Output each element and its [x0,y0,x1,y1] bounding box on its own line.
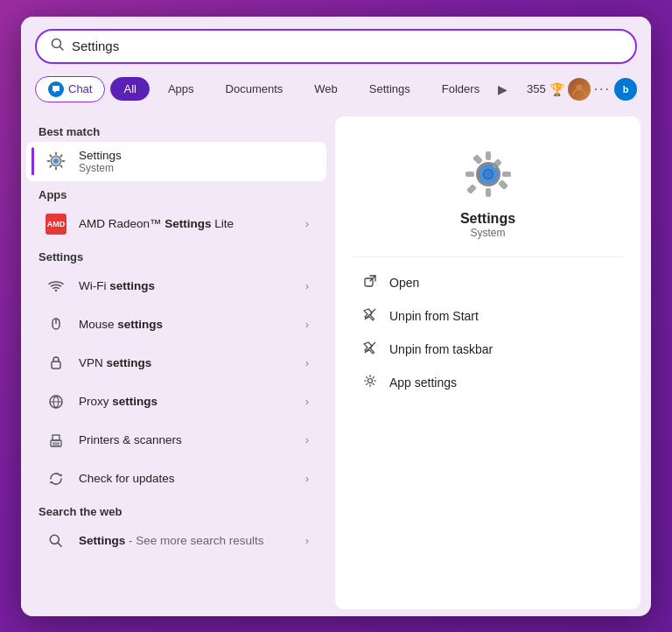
right-app-sub: System [353,227,623,239]
open-icon [361,274,379,291]
vpn-text: VPN settings [79,356,295,369]
proxy-name: Proxy settings [79,395,295,408]
best-match-text: Settings System [79,149,309,174]
svg-line-16 [58,542,61,545]
open-action[interactable]: Open [353,266,623,299]
best-match-header: Best match [21,118,332,142]
wifi-settings-item[interactable]: Wi-Fi settings › [26,267,326,305]
updates-item[interactable]: Check for updates › [26,460,326,498]
svg-rect-20 [486,188,491,197]
vpn-settings-item[interactable]: VPN settings › [26,344,326,383]
filter-tabs: Chat All Apps Documents Web Settings Fol… [21,73,651,109]
main-content: Best match Settings System Apps [21,109,651,616]
app-icon-large [460,146,516,202]
app-settings-label: App settings [389,376,457,390]
web-chevron: › [305,534,309,547]
printers-chevron: › [305,433,309,446]
updates-text: Check for updates [79,472,295,485]
tab-settings[interactable]: Settings [356,77,424,101]
svg-rect-21 [466,172,474,177]
tab-documents[interactable]: Documents [213,77,297,101]
proxy-settings-item[interactable]: Proxy settings › [26,383,326,421]
globe-icon [44,390,68,414]
svg-rect-19 [486,151,491,160]
unpin-taskbar-icon [361,341,379,358]
updates-chevron: › [305,472,309,485]
svg-point-32 [368,378,373,383]
mouse-chevron: › [305,318,309,331]
mouse-settings-item[interactable]: Mouse settings › [26,305,326,344]
settings-icon [44,149,68,173]
unpin-taskbar-label: Unpin from taskbar [389,342,493,356]
update-icon [44,467,68,491]
bing-icon: b [623,84,629,95]
updates-name: Check for updates [79,472,295,485]
search-icon [51,38,65,55]
svg-rect-12 [52,435,60,440]
web-search-name: Settings - See more search results [79,534,295,547]
svg-rect-22 [502,172,511,177]
search-bar: Settings [21,17,651,73]
svg-point-6 [55,289,57,291]
amd-text: AMD Radeon™ Settings Lite [79,217,295,230]
mouse-text: Mouse settings [79,318,295,331]
svg-rect-26 [498,179,508,190]
web-search-item[interactable]: Settings - See more search results › [26,522,326,560]
mouse-icon [44,312,68,337]
open-label: Open [389,276,419,290]
vpn-chevron: › [305,356,309,369]
amd-chevron: › [305,217,309,230]
tab-folders[interactable]: Folders [429,77,493,101]
overflow-menu-button[interactable]: ··· [594,81,611,97]
selected-indicator [32,147,34,175]
svg-rect-9 [52,362,60,369]
right-panel: Settings System Open [335,116,640,609]
svg-point-28 [484,170,493,179]
search-input[interactable]: Settings [72,39,621,53]
amd-name: AMD Radeon™ Settings Lite [79,217,295,230]
chat-icon [48,81,64,97]
vpn-icon [44,351,68,376]
tab-chat[interactable]: Chat [35,76,105,102]
printers-name: Printers & scanners [79,433,295,446]
app-settings-action[interactable]: App settings [353,366,623,399]
best-match-item[interactable]: Settings System [26,142,326,181]
tab-web-label: Web [314,82,338,95]
wifi-text: Wi-Fi settings [79,279,295,292]
tab-chat-label: Chat [68,82,92,95]
amd-item[interactable]: AMD AMD Radeon™ Settings Lite › [26,205,326,243]
unpin-start-action[interactable]: Unpin from Start [353,299,623,333]
search-input-wrapper[interactable]: Settings [35,29,637,64]
tab-apps[interactable]: Apps [155,77,207,101]
unpin-start-label: Unpin from Start [389,309,479,323]
tab-apps-label: Apps [168,82,194,95]
best-match-sub: System [79,162,309,174]
app-settings-icon [361,374,379,391]
tab-web[interactable]: Web [301,77,351,101]
svg-rect-23 [472,154,483,165]
user-avatar[interactable] [568,78,591,101]
tab-all-label: All [123,82,136,95]
proxy-text: Proxy settings [79,395,295,408]
printers-text: Printers & scanners [79,433,295,446]
svg-line-1 [60,46,64,50]
vpn-name: VPN settings [79,356,295,369]
web-search-text: Settings - See more search results [79,534,295,547]
best-match-name: Settings [79,149,309,162]
bing-button[interactable]: b [614,78,637,101]
amd-logo: AMD [46,214,66,235]
more-button[interactable]: ▶ [498,82,508,96]
wifi-chevron: › [305,279,309,292]
points-score: 355 [527,82,546,95]
svg-point-5 [53,158,59,164]
tab-all[interactable]: All [110,77,149,101]
unpin-start-icon [361,307,379,325]
tab-points-area: 355 🏆 ··· b [527,78,637,101]
right-divider [353,256,623,257]
amd-icon: AMD [44,212,68,236]
printers-item[interactable]: Printers & scanners › [26,421,326,460]
unpin-taskbar-action[interactable]: Unpin from taskbar [353,333,623,366]
start-menu: Settings Chat All Apps Documents Web Set… [21,17,651,616]
proxy-chevron: › [305,395,309,408]
mouse-name: Mouse settings [79,318,295,331]
